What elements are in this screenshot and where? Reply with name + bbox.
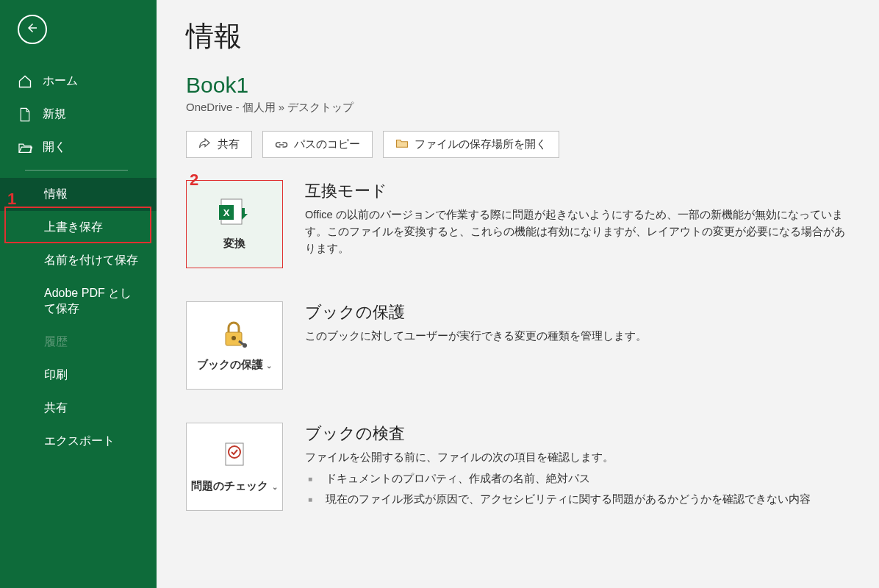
sidebar-item-print[interactable]: 印刷 bbox=[0, 359, 157, 392]
sidebar-label-open: 開く bbox=[43, 140, 66, 155]
inspect-document-icon bbox=[220, 440, 249, 473]
sidebar-label-adobepdf: Adobe PDF として保存 bbox=[44, 286, 139, 317]
inspect-item: 現在のファイル形式が原因で、アクセシビリティに関する問題があるかどうかを確認でき… bbox=[305, 490, 850, 510]
convert-button[interactable]: X 変換 bbox=[186, 180, 283, 268]
backstage-sidebar: ホーム 新規 開く 情報 上書き保存 名前を付けて保存 Adobe PDF とし… bbox=[0, 0, 157, 588]
protect-desc: このブックに対してユーザーが実行できる変更の種類を管理します。 bbox=[305, 328, 850, 345]
inspect-item: ドキュメントのプロパティ、作成者の名前、絶対パス bbox=[305, 469, 850, 490]
annotation-1: 1 bbox=[7, 190, 16, 209]
convert-button-label: 変換 bbox=[223, 236, 245, 251]
share-button-label: 共有 bbox=[218, 137, 240, 151]
protect-section: ブックの保護 ⌄ ブックの保護 このブックに対してユーザーが実行できる変更の種類… bbox=[186, 301, 850, 390]
sidebar-label-share: 共有 bbox=[44, 401, 68, 416]
inspect-desc: ファイルを公開する前に、ファイルの次の項目を確認します。 bbox=[305, 449, 850, 466]
document-title: Book1 bbox=[186, 73, 850, 98]
compat-content: 互換モード Office の以前のバージョンで作業する際に問題が起きないようにす… bbox=[305, 180, 850, 268]
sidebar-item-adobepdf[interactable]: Adobe PDF として保存 bbox=[0, 277, 157, 326]
open-location-button[interactable]: ファイルの保存場所を開く bbox=[383, 131, 559, 158]
svg-point-4 bbox=[232, 336, 236, 340]
sidebar-label-print: 印刷 bbox=[44, 368, 68, 383]
sidebar-item-export[interactable]: エクスポート bbox=[0, 425, 157, 458]
excel-convert-icon: X bbox=[218, 198, 251, 230]
back-arrow-icon bbox=[26, 21, 39, 37]
sidebar-item-history: 履歴 bbox=[0, 326, 157, 359]
sidebar-item-home[interactable]: ホーム bbox=[0, 65, 157, 98]
compat-title: 互換モード bbox=[305, 180, 850, 202]
protect-content: ブックの保護 このブックに対してユーザーが実行できる変更の種類を管理します。 bbox=[305, 301, 850, 390]
lock-icon bbox=[220, 319, 249, 351]
breadcrumb: OneDrive - 個人用 » デスクトップ bbox=[186, 101, 850, 115]
protect-button-label: ブックの保護 ⌄ bbox=[197, 357, 273, 372]
sidebar-label-info: 情報 bbox=[44, 187, 68, 202]
protect-title: ブックの保護 bbox=[305, 301, 850, 323]
sidebar-label-saveas: 名前を付けて保存 bbox=[44, 253, 138, 268]
sidebar-label-history: 履歴 bbox=[44, 334, 68, 350]
back-button[interactable] bbox=[18, 15, 47, 44]
link-icon bbox=[275, 138, 288, 151]
check-issues-button[interactable]: 問題のチェック ⌄ bbox=[186, 423, 283, 511]
sidebar-label-new: 新規 bbox=[43, 107, 66, 122]
protect-workbook-button[interactable]: ブックの保護 ⌄ bbox=[186, 301, 283, 390]
page-title: 情報 bbox=[186, 18, 850, 55]
svg-point-5 bbox=[243, 343, 247, 348]
inspect-item-list: ドキュメントのプロパティ、作成者の名前、絶対パス 現在のファイル形式が原因で、ア… bbox=[305, 469, 850, 510]
compat-desc: Office の以前のバージョンで作業する際に問題が起きないようにするため、一部… bbox=[305, 207, 850, 258]
copy-path-button[interactable]: パスのコピー bbox=[262, 131, 373, 158]
annotation-2: 2 bbox=[190, 171, 198, 190]
folder-icon bbox=[395, 138, 409, 151]
open-folder-icon bbox=[18, 140, 32, 155]
share-icon bbox=[198, 137, 212, 151]
sidebar-label-save: 上書き保存 bbox=[44, 220, 103, 235]
action-buttons-row: 共有 パスのコピー ファイルの保存場所を開く bbox=[186, 131, 850, 158]
sidebar-item-new[interactable]: 新規 bbox=[0, 98, 157, 131]
check-issues-button-label: 問題のチェック ⌄ bbox=[191, 478, 278, 493]
share-button[interactable]: 共有 bbox=[186, 131, 252, 158]
sidebar-item-saveas[interactable]: 名前を付けて保存 bbox=[0, 244, 157, 277]
compat-mode-section: X 変換 互換モード Office の以前のバージョンで作業する際に問題が起きな… bbox=[186, 180, 850, 268]
sidebar-divider bbox=[25, 170, 128, 171]
inspect-content: ブックの検査 ファイルを公開する前に、ファイルの次の項目を確認します。 ドキュメ… bbox=[305, 423, 850, 511]
sidebar-label-home: ホーム bbox=[43, 74, 78, 89]
sidebar-item-save[interactable]: 上書き保存 bbox=[0, 211, 157, 244]
main-content: 情報 Book1 OneDrive - 個人用 » デスクトップ 共有 パスのコ… bbox=[157, 0, 879, 588]
new-file-icon bbox=[18, 107, 32, 122]
chevron-down-icon: ⌄ bbox=[270, 483, 278, 491]
open-location-button-label: ファイルの保存場所を開く bbox=[415, 137, 547, 151]
inspect-section: 問題のチェック ⌄ ブックの検査 ファイルを公開する前に、ファイルの次の項目を確… bbox=[186, 423, 850, 511]
sidebar-item-open[interactable]: 開く bbox=[0, 131, 157, 164]
inspect-title: ブックの検査 bbox=[305, 423, 850, 445]
svg-text:X: X bbox=[223, 207, 230, 218]
sidebar-item-share[interactable]: 共有 bbox=[0, 392, 157, 425]
sidebar-item-info[interactable]: 情報 bbox=[0, 178, 157, 211]
chevron-down-icon: ⌄ bbox=[265, 362, 273, 370]
copy-path-button-label: パスのコピー bbox=[294, 137, 360, 151]
sidebar-label-export: エクスポート bbox=[44, 434, 115, 449]
home-icon bbox=[18, 74, 32, 89]
